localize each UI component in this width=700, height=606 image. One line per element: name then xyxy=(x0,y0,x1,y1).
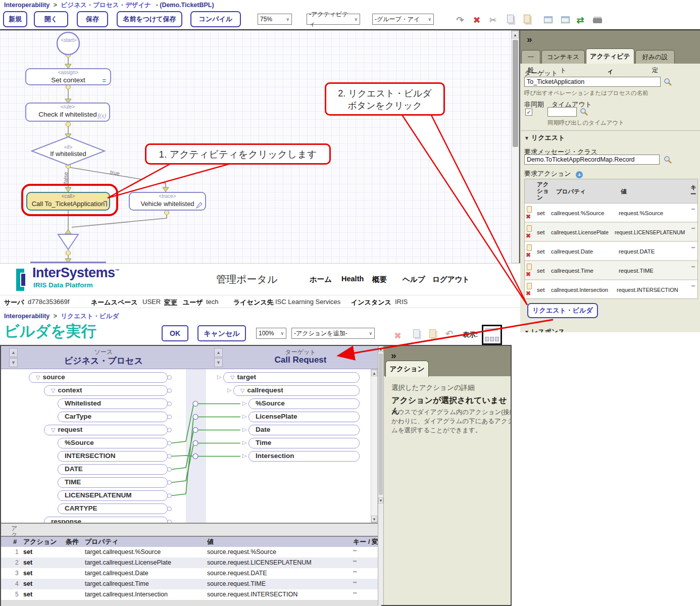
connector-handle[interactable] xyxy=(167,507,172,511)
target-input[interactable]: To_TicketApplication xyxy=(524,77,661,87)
tree-item-time-target[interactable]: Time xyxy=(248,438,360,448)
add-action-select[interactable]: -アクションを追加-∨ xyxy=(291,328,375,339)
open-button[interactable]: 開く xyxy=(34,11,68,27)
tab-general[interactable]: 一般 xyxy=(521,50,540,64)
activity-select[interactable]: -アクティビティ∨ xyxy=(307,14,360,25)
zoom-select[interactable]: 75%∨ xyxy=(258,14,292,25)
connector-handle[interactable] xyxy=(167,467,172,472)
tab-action[interactable]: アクション xyxy=(385,361,429,377)
rule-node[interactable]: <rule> Check if whitelisted f(x) xyxy=(25,103,110,122)
table-row[interactable]: ✖ set callrequest.LicensePlate request.L… xyxy=(525,223,697,242)
scrollbar-thumb[interactable] xyxy=(513,40,518,147)
scroll-down-icon[interactable]: ▼ xyxy=(378,497,383,503)
tree-item-context[interactable]: ▽context xyxy=(44,385,168,396)
nav-about[interactable]: 概要 xyxy=(372,275,387,284)
mapping-diagram[interactable]: ▽source ▽context Whitelisted CarType ▽re… xyxy=(1,369,378,523)
tree-item-callrequest[interactable]: ▽callrequest xyxy=(233,385,360,396)
request-class-input[interactable]: Demo.ToTicketAppRecordMap.Record xyxy=(524,155,660,165)
search-icon[interactable] xyxy=(664,78,672,86)
window-paste-icon[interactable] xyxy=(559,14,572,26)
connector-handle[interactable] xyxy=(167,441,172,445)
diagram-scrollbar[interactable]: ▲ xyxy=(511,30,519,263)
tree-item-source-pct[interactable]: %Source xyxy=(58,438,168,448)
connector-handle[interactable] xyxy=(167,375,172,380)
swap-icon[interactable]: ⇄ xyxy=(574,14,587,26)
cut-icon[interactable]: ✂ xyxy=(486,14,499,26)
document-icon[interactable] xyxy=(527,206,532,213)
save-button[interactable]: 保存 xyxy=(77,11,108,27)
delete-row-icon[interactable]: ✖ xyxy=(526,214,531,220)
paste-icon[interactable] xyxy=(520,14,533,26)
search-icon[interactable] xyxy=(580,108,588,116)
tree-item-licenseplate[interactable]: LicensePlate xyxy=(248,412,360,422)
breadcrumb-root[interactable]: Interoperability xyxy=(4,313,49,320)
connector-handle[interactable] xyxy=(167,493,172,498)
scroll-down-widget[interactable]: ▼ xyxy=(214,358,223,367)
if-node[interactable]: <if> If whitelisted xyxy=(33,144,104,158)
breadcrumb-page[interactable]: ビジネス・プロセス・デザイナ xyxy=(61,2,152,9)
assign-node[interactable]: <assign> Set context = xyxy=(25,68,111,85)
expand-right-icon[interactable]: ▷ xyxy=(242,439,246,446)
trace-node[interactable]: <trace> Vehicle whitelisted xyxy=(129,192,206,211)
tree-item-request[interactable]: ▽request xyxy=(44,425,168,435)
paste-icon[interactable] xyxy=(429,329,436,340)
change-namespace-link[interactable]: 変更 xyxy=(164,298,177,307)
scroll-down-widget[interactable]: ▼ xyxy=(9,358,18,367)
connector-handle[interactable] xyxy=(167,428,172,432)
nav-health[interactable]: Health xyxy=(341,275,364,283)
nav-logout[interactable]: ログアウト xyxy=(432,275,470,284)
tree-item-cartype[interactable]: CARTYPE xyxy=(58,503,168,514)
action-row[interactable]: 1 set target.callrequest.%Source source.… xyxy=(1,547,381,558)
connector-handle[interactable] xyxy=(167,388,172,393)
action-row[interactable]: 4 set target.callrequest.Time source.req… xyxy=(1,579,381,589)
breadcrumb-root[interactable]: Interoperability xyxy=(4,2,49,9)
expand-right-icon[interactable]: ▷ xyxy=(217,374,221,380)
undo-icon[interactable]: ↶ xyxy=(454,14,467,26)
new-button[interactable]: 新規 xyxy=(3,11,27,27)
add-action-icon[interactable]: + xyxy=(576,171,583,178)
response-section-header[interactable]: ▼レスポンス xyxy=(524,327,565,332)
tree-item-cartype-prop[interactable]: CarType xyxy=(58,412,168,422)
request-builder-button[interactable]: リクエスト・ビルダ xyxy=(527,303,598,318)
tree-item-licenseplatenum[interactable]: LICENSEPLATENUM xyxy=(58,490,168,501)
save-as-button[interactable]: 名前をつけて保存 xyxy=(117,11,182,27)
tree-scrollbar[interactable]: ▲ ▼ xyxy=(371,369,378,523)
expand-icon[interactable]: ▽ xyxy=(51,387,55,393)
scroll-up-icon[interactable]: ▲ xyxy=(371,370,377,376)
document-icon[interactable] xyxy=(527,225,532,232)
table-row[interactable]: ✖ set callrequest.Time request.TIME "" xyxy=(525,261,697,280)
panel-splitter[interactable]: アクション xyxy=(1,523,381,537)
delete-row-icon[interactable]: ✖ xyxy=(526,290,531,296)
scroll-up-widget[interactable]: ▲ xyxy=(214,348,223,357)
expand-icon[interactable]: ▽ xyxy=(230,374,234,380)
copy-icon[interactable] xyxy=(504,14,517,26)
tree-item-target-pct[interactable]: %Source xyxy=(248,398,360,409)
window-copy-icon[interactable] xyxy=(541,14,555,26)
search-icon[interactable] xyxy=(664,156,672,164)
tree-item-time[interactable]: TIME xyxy=(58,477,168,488)
expand-right-icon[interactable]: ▷ xyxy=(242,452,246,459)
expand-icon[interactable]: ▽ xyxy=(240,387,244,393)
connector-handle[interactable] xyxy=(167,401,172,406)
view-mode-icon[interactable] xyxy=(482,325,502,345)
scroll-up-icon[interactable]: ▲ xyxy=(512,31,519,38)
delete-row-icon[interactable]: ✖ xyxy=(526,233,531,239)
delete-icon[interactable]: ✖ xyxy=(470,14,483,26)
scrollbar-thumb[interactable] xyxy=(379,354,383,495)
scroll-down-icon[interactable]: ▼ xyxy=(371,516,377,522)
table-row[interactable]: ✖ set callrequest.Date request.DATE "" xyxy=(525,242,697,261)
nav-home[interactable]: ホーム xyxy=(310,275,332,284)
action-row[interactable]: 2 set target.callrequest.LicensePlate so… xyxy=(1,558,381,568)
connector-handle[interactable] xyxy=(167,454,172,459)
timeout-input[interactable] xyxy=(547,107,577,117)
document-icon[interactable] xyxy=(527,264,532,270)
tree-item-response[interactable]: response xyxy=(44,517,168,523)
tab-context[interactable]: コンテキスト xyxy=(541,50,585,64)
collapse-panel-icon[interactable]: » xyxy=(391,350,396,361)
ok-button[interactable]: OK xyxy=(162,325,188,341)
call-node[interactable]: <call> Call To_TicketApplication xyxy=(26,192,110,211)
document-icon[interactable] xyxy=(527,244,532,251)
scroll-up-icon[interactable]: ▲ xyxy=(378,346,383,352)
tree-item-source[interactable]: ▽source xyxy=(29,372,168,383)
tree-item-intersection-target[interactable]: Intersection xyxy=(248,451,360,462)
